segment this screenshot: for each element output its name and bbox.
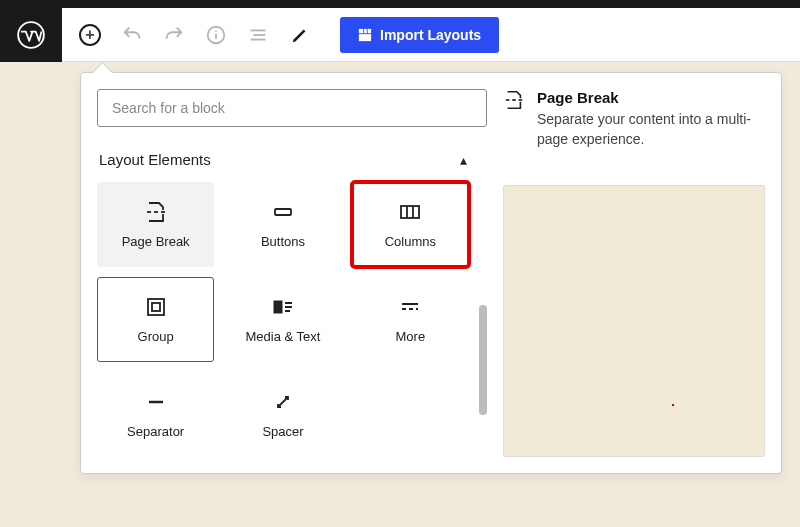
more-icon <box>398 295 422 319</box>
block-grid: Page Break Buttons Columns <box>97 182 469 457</box>
block-info-description: Separate your content into a multi-page … <box>537 110 765 149</box>
window-top-strip <box>0 0 800 8</box>
svg-rect-8 <box>364 28 367 32</box>
info-button[interactable] <box>200 19 232 51</box>
block-info-header: Page Break Separate your content into a … <box>503 89 765 149</box>
separator-icon <box>144 390 168 414</box>
wordpress-icon <box>17 21 45 49</box>
svg-rect-10 <box>359 34 371 41</box>
wordpress-logo[interactable] <box>0 8 62 62</box>
add-block-button[interactable]: + <box>74 19 106 51</box>
svg-rect-14 <box>275 209 291 215</box>
block-label: Page Break <box>122 234 190 249</box>
block-spacer[interactable]: Spacer <box>224 372 341 457</box>
svg-rect-9 <box>368 28 372 32</box>
editor-canvas: Search for a block Layout Elements ▴ Pag… <box>0 62 800 527</box>
block-label: Columns <box>385 234 436 249</box>
redo-button[interactable] <box>158 19 190 51</box>
inserter-scrollbar[interactable] <box>477 145 487 457</box>
preview-marker <box>672 404 674 406</box>
block-list-scroll: Layout Elements ▴ Page Break B <box>97 145 487 457</box>
block-more[interactable]: More <box>352 277 469 362</box>
chevron-up-icon: ▴ <box>460 152 467 168</box>
section-layout-elements[interactable]: Layout Elements ▴ <box>97 145 469 182</box>
block-preview-area <box>503 185 765 457</box>
svg-rect-18 <box>148 299 164 315</box>
plus-circle-icon: + <box>79 24 101 46</box>
svg-rect-15 <box>401 206 419 218</box>
columns-icon <box>398 200 422 224</box>
info-icon <box>205 24 227 46</box>
block-columns[interactable]: Columns <box>352 182 469 267</box>
spacer-icon <box>271 390 295 414</box>
block-label: Separator <box>127 424 184 439</box>
search-block-input[interactable]: Search for a block <box>97 89 487 127</box>
pencil-icon <box>289 24 311 46</box>
buttons-icon <box>271 200 295 224</box>
edit-button[interactable] <box>284 19 316 51</box>
import-layouts-button[interactable]: Import Layouts <box>340 17 499 53</box>
svg-rect-20 <box>274 301 282 313</box>
editor-toolbar: + Import Layouts <box>0 8 800 62</box>
block-label: Buttons <box>261 234 305 249</box>
block-group[interactable]: Group <box>97 277 214 362</box>
block-label: More <box>396 329 426 344</box>
undo-button[interactable] <box>116 19 148 51</box>
svg-rect-7 <box>359 28 363 32</box>
block-inserter-popover: Search for a block Layout Elements ▴ Pag… <box>80 72 782 474</box>
layouts-grid-icon <box>358 28 372 42</box>
outline-button[interactable] <box>242 19 274 51</box>
media-text-icon <box>271 295 295 319</box>
block-separator[interactable]: Separator <box>97 372 214 457</box>
page-break-icon <box>503 89 525 115</box>
group-icon <box>144 295 168 319</box>
inserter-left-column: Search for a block Layout Elements ▴ Pag… <box>97 89 487 457</box>
page-break-icon <box>144 200 168 224</box>
block-buttons[interactable]: Buttons <box>224 182 341 267</box>
scrollbar-thumb[interactable] <box>479 305 487 415</box>
svg-point-3 <box>215 30 217 32</box>
block-info-title: Page Break <box>537 89 765 106</box>
svg-rect-19 <box>152 303 160 311</box>
undo-icon <box>121 24 143 46</box>
block-label: Media & Text <box>246 329 321 344</box>
list-icon <box>247 24 269 46</box>
block-label: Group <box>138 329 174 344</box>
section-title: Layout Elements <box>99 151 211 168</box>
inserter-preview-column: Page Break Separate your content into a … <box>503 89 765 457</box>
block-label: Spacer <box>262 424 303 439</box>
import-layouts-label: Import Layouts <box>380 27 481 43</box>
block-page-break[interactable]: Page Break <box>97 182 214 267</box>
block-media-text[interactable]: Media & Text <box>224 277 341 362</box>
redo-icon <box>163 24 185 46</box>
